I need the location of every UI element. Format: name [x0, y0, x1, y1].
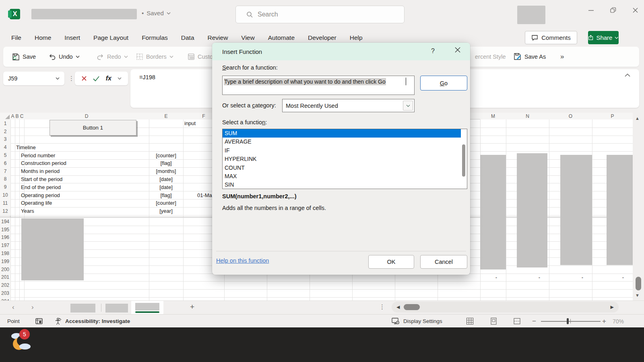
horizontal-scrollbar-thumb[interactable]	[404, 304, 420, 310]
function-item-average[interactable]: AVERAGE	[223, 138, 461, 146]
row-header-202[interactable]: 202	[0, 281, 10, 289]
macro-record-icon[interactable]	[35, 315, 43, 328]
restore-button[interactable]	[610, 7, 616, 13]
column-header-E[interactable]: E	[149, 113, 183, 119]
zoom-in-button[interactable]: +	[602, 315, 606, 328]
function-item-hyperlink[interactable]: HYPERLINK	[223, 155, 461, 163]
cell-dash-O201[interactable]: -	[549, 274, 583, 282]
form-button[interactable]: Button 1	[50, 120, 136, 136]
cell-unit-row-8[interactable]: [date]	[149, 175, 183, 183]
ribbon-overflow-button[interactable]: »	[560, 47, 564, 67]
row-header-203[interactable]: 203	[0, 289, 10, 297]
column-header-M[interactable]: M	[480, 113, 506, 119]
column-header-O[interactable]: O	[549, 113, 592, 119]
cell-label-row-9[interactable]: End of the period	[21, 183, 61, 191]
cell-F10-partial[interactable]: 01-Ma	[197, 191, 212, 199]
row-header-197[interactable]: 197	[0, 241, 10, 249]
scroll-up-icon[interactable]: ▲	[635, 116, 640, 121]
tab-home[interactable]: Home	[35, 34, 51, 41]
function-list-scrollbar[interactable]	[462, 144, 465, 177]
close-button[interactable]	[632, 7, 638, 13]
cell-label-row-10[interactable]: Operating period	[21, 191, 60, 199]
formula-bar-handle-icon[interactable]: ⋮	[68, 75, 74, 82]
tab-insert[interactable]: Insert	[64, 34, 80, 41]
row-header-2[interactable]: 2	[0, 128, 10, 136]
row-header-201[interactable]: 201	[0, 274, 10, 282]
row-header-6[interactable]: 6	[0, 159, 10, 167]
cell-label-row-7[interactable]: Months in period	[21, 167, 60, 175]
function-item-if[interactable]: IF	[223, 146, 461, 155]
insert-function-icon[interactable]: fx	[106, 75, 111, 82]
tab-help[interactable]: Help	[350, 34, 363, 41]
normal-view-button[interactable]	[466, 315, 474, 328]
function-list[interactable]: SUMAVERAGEIFHYPERLINKCOUNTMAXSIN	[222, 129, 467, 189]
scroll-right-icon[interactable]: ▶	[611, 304, 614, 310]
save-as-button[interactable]: Save As	[514, 47, 546, 67]
column-header-D[interactable]: D	[24, 113, 149, 119]
column-header-P[interactable]: P	[592, 113, 633, 119]
accessibility-status[interactable]: Accessibility: Investigate	[54, 315, 130, 328]
row-header-3[interactable]: 3	[0, 136, 10, 144]
dropdown-chevron-icon[interactable]	[403, 101, 413, 111]
tab-data[interactable]: Data	[181, 34, 194, 41]
cell-B4[interactable]: Timeline	[16, 143, 36, 151]
tab-automate[interactable]: Automate	[268, 34, 295, 41]
confirm-entry-icon[interactable]	[93, 76, 99, 81]
zoom-slider-thumb[interactable]	[567, 318, 569, 324]
column-header-A[interactable]: A	[10, 113, 15, 119]
horizontal-scrollbar[interactable]: ◀ ▶	[392, 302, 619, 313]
row-header-196[interactable]: 196	[0, 234, 10, 242]
go-button[interactable]: Go	[420, 76, 467, 90]
ok-button[interactable]: OK	[368, 255, 414, 269]
percent-style-button-partial[interactable]: ercent Style	[475, 47, 506, 67]
next-sheet-button[interactable]: ›	[31, 303, 34, 311]
row-header-194[interactable]: 194	[0, 218, 10, 226]
function-item-max[interactable]: MAX	[223, 172, 461, 181]
cell-unit-row-7[interactable]: [months]	[149, 167, 183, 175]
cell-unit-row-12[interactable]: [year]	[149, 207, 183, 215]
cell-unit-row-11[interactable]: [counter]	[149, 199, 183, 207]
autosave-status[interactable]: • Saved	[142, 10, 171, 16]
row-header-1[interactable]: 1	[0, 119, 10, 128]
scroll-down-icon[interactable]: ▼	[635, 293, 640, 298]
row-header-4[interactable]: 4	[0, 143, 10, 151]
undo-button[interactable]: Undo	[48, 47, 80, 67]
redo-button[interactable]: Redo	[97, 47, 128, 67]
minimize-button[interactable]	[588, 7, 594, 13]
tab-page-layout[interactable]: Page Layout	[93, 34, 128, 41]
column-header-N[interactable]: N	[506, 113, 549, 119]
cell-unit-row-10[interactable]: [flag]	[149, 191, 183, 199]
cell-dash-N201[interactable]: -	[506, 274, 540, 282]
cell-label-row-12[interactable]: Years	[21, 207, 34, 215]
cell-mode-indicator[interactable]: Point	[7, 315, 20, 328]
function-search-input[interactable]: Type a brief description of what you wan…	[222, 76, 415, 95]
cell-label-row-8[interactable]: Start of the period	[21, 175, 62, 183]
cell-label-row-11[interactable]: Operating life	[21, 199, 52, 207]
function-item-count[interactable]: COUNT	[223, 164, 461, 172]
name-box[interactable]: J59	[3, 72, 64, 85]
dialog-help-button[interactable]: ?	[431, 47, 435, 55]
function-item-sin[interactable]: SIN	[223, 181, 461, 189]
borders-button[interactable]: Borders	[136, 47, 173, 67]
row-header-195[interactable]: 195	[0, 226, 10, 234]
weather-widget-icon[interactable]: 5	[10, 331, 31, 352]
comments-button[interactable]: Comments	[525, 31, 577, 44]
chevron-down-icon[interactable]	[118, 77, 122, 80]
zoom-percentage[interactable]: 70%	[613, 315, 624, 328]
prev-sheet-button[interactable]: ‹	[12, 303, 14, 311]
cell-dash-P201[interactable]: -	[592, 274, 624, 282]
tab-file[interactable]: File	[11, 34, 21, 41]
cancel-entry-icon[interactable]	[81, 76, 87, 81]
row-header-200[interactable]: 200	[0, 265, 10, 274]
zoom-slider-track[interactable]	[541, 321, 601, 322]
display-settings-button[interactable]: Display Settings	[392, 315, 442, 328]
workbook-title-redacted[interactable]	[31, 9, 137, 19]
page-layout-view-button[interactable]	[490, 315, 497, 328]
scroll-left-icon[interactable]: ◀	[396, 304, 400, 310]
row-header-7[interactable]: 7	[0, 167, 10, 175]
share-button[interactable]: Share	[588, 31, 619, 44]
row-header-10[interactable]: 10	[0, 191, 10, 199]
row-header-204[interactable]: 204	[0, 297, 10, 300]
row-header-11[interactable]: 11	[0, 199, 10, 207]
tab-view[interactable]: View	[241, 34, 254, 41]
